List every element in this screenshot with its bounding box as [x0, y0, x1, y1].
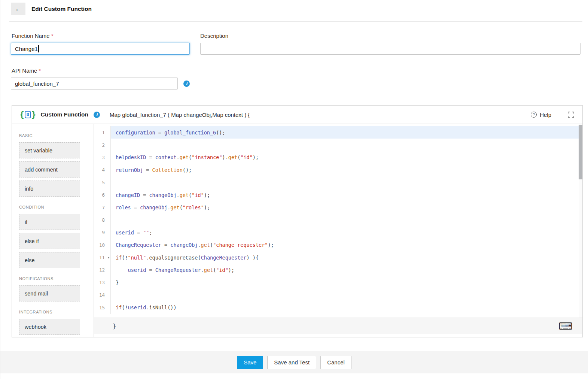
sidebar-group-label-condition: CONDITION [19, 205, 94, 209]
panel-body: BASICset variableadd commentinfoCONDITIO… [12, 124, 582, 337]
code-text [111, 214, 579, 226]
line-number: 13 [94, 276, 111, 289]
save-button[interactable]: Save [237, 356, 263, 369]
required-asterisk: * [39, 67, 41, 74]
line-number: 9 [94, 226, 111, 239]
sidebar-group-label-notifications: NOTIFICATIONS [19, 276, 94, 281]
help-label: Help [540, 112, 551, 118]
editor-scrollbar[interactable] [579, 124, 582, 318]
question-mark-icon: ? [531, 112, 537, 118]
help-button[interactable]: ? Help [531, 112, 551, 118]
code-line[interactable]: 12 userid = ChangeRequester.get("id"); [94, 264, 579, 276]
code-text: returnObj = Collection(); [111, 164, 579, 176]
header-divider [9, 21, 582, 22]
line-number: 14 [94, 289, 111, 301]
sidebar-item-set-variable[interactable]: set variable [19, 142, 80, 158]
code-text: } [111, 276, 579, 289]
function-name-input[interactable]: Change1 [11, 43, 190, 55]
sidebar-item-send-mail[interactable]: send mail [19, 285, 80, 301]
code-line[interactable]: 4returnObj = Collection(); [94, 164, 579, 176]
code-text: ChangeRequester = changeObj.get("change_… [111, 239, 579, 251]
line-number: 15 [94, 301, 111, 313]
sidebar-item-else-if[interactable]: else if [19, 233, 80, 249]
code-line[interactable]: 7roles = changeObj.get("roles"); [94, 201, 579, 213]
code-line[interactable]: 9userid = ""; [94, 226, 579, 239]
code-line[interactable]: 15if(!userid.isNull()) [94, 301, 579, 313]
code-text: helpdeskID = context.get("instance").get… [111, 151, 579, 164]
api-name-input[interactable] [11, 78, 178, 90]
code-line[interactable]: 2 [94, 139, 579, 151]
sidebar-item-add-comment[interactable]: add comment [19, 161, 80, 178]
function-name-label: Function Name* [12, 33, 54, 39]
text-cursor [38, 45, 39, 52]
api-name-info-icon[interactable]: i [183, 81, 190, 87]
required-asterisk: * [51, 33, 54, 39]
code-text: if(!"null".equalsIgnoreCase(ChangeReques… [111, 251, 579, 264]
cancel-button[interactable]: Cancel [320, 356, 351, 369]
line-number: 11▾ [94, 251, 111, 264]
description-label: Description [200, 33, 228, 39]
line-number: 5 [94, 176, 111, 189]
top-bar: ← Edit Custom Function [11, 3, 92, 15]
code-text: if(!userid.isNull()) [111, 301, 579, 313]
code-line[interactable]: 1configuration = global_function_6(); [94, 126, 579, 139]
code-text: userid = ChangeRequester.get("id"); [111, 264, 579, 276]
line-number: 3 [94, 151, 111, 164]
description-input[interactable] [200, 43, 581, 55]
back-arrow-icon: ← [15, 5, 22, 13]
sidebar-group-label-integrations: INTEGRATIONS [19, 310, 94, 314]
code-line[interactable]: 6changeID = changeObj.get("id"); [94, 189, 579, 201]
code-text [111, 139, 579, 151]
scrollbar-thumb[interactable] [579, 125, 582, 179]
line-number: 2 [94, 139, 111, 151]
panel-sidebar: BASICset variableadd commentinfoCONDITIO… [12, 124, 94, 337]
code-line[interactable]: 8 [94, 214, 579, 226]
code-text [111, 289, 579, 301]
code-lines: 1configuration = global_function_6();23h… [94, 124, 579, 314]
code-text: configuration = global_function_6(); [111, 126, 579, 139]
code-text: changeID = changeObj.get("id"); [111, 189, 579, 201]
fold-arrow-icon[interactable]: ▾ [108, 256, 110, 260]
api-name-label: API Name* [12, 67, 41, 74]
code-line[interactable]: 11▾if(!"null".equalsIgnoreCase(ChangeReq… [94, 251, 579, 264]
panel-title: Custom Function [41, 111, 88, 118]
custom-function-panel: {D} Custom Function i Map global_functio… [12, 105, 583, 337]
keyboard-shortcuts-icon[interactable]: ⌨ [558, 321, 573, 331]
sidebar-item-info[interactable]: info [19, 181, 80, 197]
sidebar-item-if[interactable]: if [19, 214, 80, 230]
line-number: 6 [94, 189, 111, 201]
closing-brace: } [113, 323, 116, 330]
code-line[interactable]: 10ChangeRequester = changeObj.get("chang… [94, 239, 579, 251]
line-number: 12 [94, 264, 111, 276]
function-signature: Map global_function_7 ( Map changeObj,Ma… [110, 112, 250, 118]
code-line[interactable]: 3helpdeskID = context.get("instance").ge… [94, 151, 579, 164]
code-line[interactable]: 5 [94, 176, 579, 189]
edit-custom-function-page: ← Edit Custom Function Function Name* Ch… [0, 0, 588, 379]
line-number: 8 [94, 214, 111, 226]
editor-column: 1configuration = global_function_6();23h… [94, 124, 582, 337]
custom-function-info-icon[interactable]: i [94, 112, 100, 118]
fullscreen-icon[interactable] [568, 112, 574, 118]
save-and-test-button[interactable]: Save and Test [267, 356, 316, 369]
line-number: 10 [94, 239, 111, 251]
sidebar-item-else[interactable]: else [19, 252, 80, 268]
deluge-code-icon: {D} [19, 110, 36, 119]
back-button[interactable]: ← [11, 3, 25, 15]
function-name-value: Change1 [15, 46, 38, 52]
code-text: roles = changeObj.get("roles"); [111, 201, 579, 213]
line-number: 4 [94, 164, 111, 176]
line-number: 7 [94, 201, 111, 213]
code-line[interactable]: 13} [94, 276, 579, 289]
sidebar-item-webhook[interactable]: webhook [19, 319, 80, 335]
action-footer: SaveSave and TestCancel [0, 351, 588, 373]
page-title: Edit Custom Function [31, 6, 92, 12]
code-editor[interactable]: 1configuration = global_function_6();23h… [94, 124, 582, 318]
panel-header: {D} Custom Function i Map global_functio… [12, 106, 582, 124]
code-text [111, 176, 579, 189]
sidebar-group-label-basic: BASIC [19, 133, 94, 138]
code-line[interactable]: 14 [94, 289, 579, 301]
code-text: userid = ""; [111, 226, 579, 239]
line-number: 1 [94, 126, 111, 139]
editor-footer: } ⌨ [94, 318, 582, 334]
